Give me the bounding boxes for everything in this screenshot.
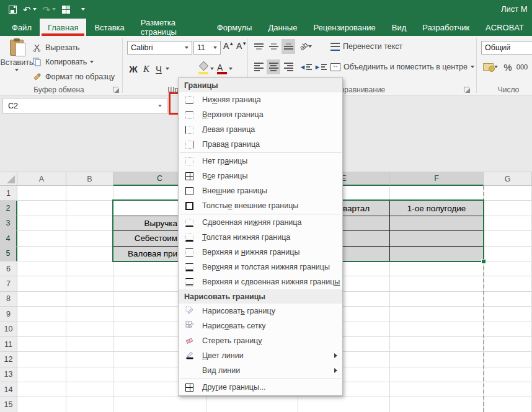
menu-item-top-and-thick-bottom-border[interactable]: Верхняя и толстая нижняя границы — [179, 260, 342, 274]
row-header-3[interactable]: 3 — [0, 216, 17, 231]
row-header-1[interactable]: 1 — [0, 186, 17, 201]
row-header-9[interactable]: 9 — [0, 307, 17, 322]
cell-A13[interactable] — [17, 367, 66, 382]
menu-item-right-border[interactable]: Правая граница — [179, 137, 342, 152]
column-header-A[interactable]: A — [17, 172, 66, 186]
cell-B10[interactable] — [66, 322, 113, 337]
font-name-combobox[interactable]: Calibri — [127, 41, 192, 55]
font-color-dropdown-icon[interactable] — [229, 68, 233, 70]
name-box[interactable]: C2 — [2, 98, 167, 114]
cell-A15[interactable] — [17, 397, 66, 412]
cell-F3[interactable] — [390, 216, 484, 231]
row-header-13[interactable]: 13 — [0, 367, 17, 382]
cell-B9[interactable] — [66, 307, 113, 322]
paste-dropdown-icon[interactable] — [15, 69, 19, 71]
align-center-button[interactable] — [267, 59, 280, 74]
menu-item-top-border[interactable]: Верхняя граница — [179, 107, 342, 122]
cell-B6[interactable] — [66, 261, 113, 276]
menu-item-thick-outside-borders[interactable]: Толстые внешние границы — [179, 198, 342, 213]
row-header-5[interactable]: 5 — [0, 247, 17, 261]
cell-G7[interactable] — [484, 276, 532, 291]
menu-item-left-border[interactable]: Левая граница — [179, 122, 342, 137]
cell-G13[interactable] — [484, 367, 532, 382]
accounting-format-button[interactable] — [481, 59, 500, 74]
cell-A10[interactable] — [17, 322, 66, 337]
column-header-F[interactable]: F — [390, 172, 484, 186]
column-header-G[interactable]: G — [484, 172, 532, 186]
underline-button[interactable]: Ч — [153, 61, 164, 77]
cell-G11[interactable] — [484, 337, 532, 352]
italic-button[interactable]: К — [141, 61, 152, 77]
cell-G5[interactable] — [484, 247, 532, 261]
cell-A1[interactable] — [17, 186, 66, 201]
copy-button[interactable]: Копировать — [32, 55, 94, 69]
font-size-dropdown-icon[interactable] — [213, 46, 217, 49]
name-box-dropdown-icon[interactable] — [158, 105, 162, 107]
cell-G4[interactable] — [484, 231, 532, 246]
row-header-8[interactable]: 8 — [0, 292, 17, 307]
font-name-dropdown-icon[interactable] — [185, 46, 188, 49]
row-header-11[interactable]: 11 — [0, 337, 17, 352]
font-color-button[interactable]: А — [217, 61, 233, 77]
tab-page-layout[interactable]: Разметка страницы — [133, 19, 209, 36]
grid-icon[interactable] — [62, 6, 70, 14]
cell-F1[interactable] — [390, 186, 484, 201]
menu-item-draw-border[interactable]: Нарисовать границу — [179, 304, 342, 318]
tab-insert[interactable]: Вставка — [86, 19, 132, 36]
cell-G10[interactable] — [484, 322, 532, 337]
copy-dropdown-icon[interactable] — [90, 61, 94, 63]
tab-formulas[interactable]: Формулы — [209, 19, 260, 36]
tab-file[interactable]: Файл — [4, 19, 40, 36]
tab-review[interactable]: Рецензирование — [305, 19, 383, 36]
fill-color-dropdown-icon[interactable] — [210, 68, 214, 70]
align-top-button[interactable] — [252, 39, 265, 54]
column-header-B[interactable]: B — [66, 172, 113, 186]
fill-handle[interactable] — [481, 259, 486, 264]
menu-item-bottom-border[interactable]: Нижняя граница — [179, 92, 342, 107]
cell-C15[interactable] — [113, 397, 206, 412]
cell-G12[interactable] — [484, 352, 532, 367]
cell-A9[interactable] — [17, 307, 66, 322]
menu-item-top-and-double-bottom-border[interactable]: Верхняя и сдвоенная нижняя границы — [179, 274, 342, 289]
percent-style-button[interactable]: % — [502, 59, 513, 74]
number-format-combobox[interactable]: Общий — [481, 41, 532, 55]
cell-B1[interactable] — [66, 186, 113, 201]
merge-center-dropdown-icon[interactable] — [471, 66, 474, 68]
cell-F7[interactable] — [390, 276, 484, 291]
cell-A5[interactable] — [17, 247, 66, 261]
menu-item-line-color[interactable]: Цвет линии — [179, 348, 342, 363]
cell-B14[interactable] — [66, 382, 113, 397]
underline-dropdown-icon[interactable] — [164, 61, 171, 77]
cell-B15[interactable] — [66, 397, 113, 412]
cell-B5[interactable] — [66, 247, 113, 261]
cell-A12[interactable] — [17, 352, 66, 367]
row-header-4[interactable]: 4 — [0, 231, 17, 246]
wrap-text-button[interactable]: Перенести текст — [330, 39, 402, 54]
cell-G6[interactable] — [484, 261, 532, 276]
row-header-6[interactable]: 6 — [0, 261, 17, 276]
cell-B4[interactable] — [66, 231, 113, 246]
cell-F10[interactable] — [390, 322, 484, 337]
menu-item-top-and-bottom-border[interactable]: Верхняя и нижняя границы — [179, 245, 342, 260]
cell-F8[interactable] — [390, 292, 484, 307]
cell-A3[interactable] — [17, 216, 66, 231]
cell-D15[interactable] — [206, 397, 298, 412]
shrink-font-button[interactable]: А▼ — [236, 41, 247, 55]
select-all-corner[interactable] — [0, 172, 17, 186]
menu-item-line-style[interactable]: Вид линии — [179, 363, 342, 378]
tab-data[interactable]: Данные — [260, 19, 305, 36]
customize-qat-icon[interactable] — [81, 8, 85, 11]
cell-B13[interactable] — [66, 367, 113, 382]
cell-A2[interactable] — [17, 201, 66, 216]
cell-F14[interactable] — [390, 382, 484, 397]
tab-home[interactable]: Главная — [40, 19, 86, 36]
cell-F2[interactable]: 1-ое полугодие — [390, 201, 484, 216]
row-header-2[interactable]: 2 — [0, 201, 17, 216]
cell-B7[interactable] — [66, 276, 113, 291]
menu-item-double-bottom-border[interactable]: Сдвоенная нижняя граница — [179, 215, 342, 230]
cell-F11[interactable] — [390, 337, 484, 352]
tab-acrobat[interactable]: ACROBAT — [477, 19, 532, 36]
align-left-button[interactable] — [252, 59, 265, 74]
menu-item-more-borders[interactable]: Другие границы... — [179, 380, 342, 395]
orientation-button[interactable]: ab — [299, 39, 313, 54]
